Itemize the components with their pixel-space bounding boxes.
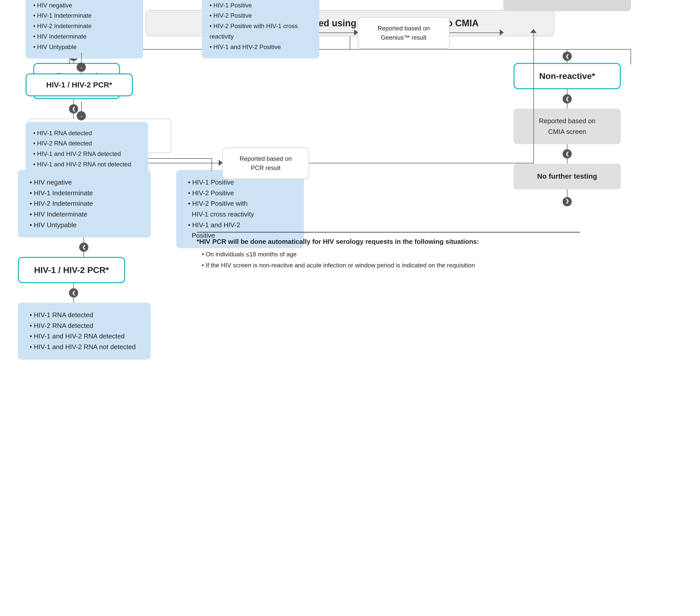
reported-pcr-box: Reported based onPCR result bbox=[222, 147, 309, 179]
note-item-2: • If the HIV screen is non-reactive and … bbox=[202, 260, 580, 271]
reported-geenius-box: Reported based onGeenius™ result bbox=[358, 17, 450, 49]
note-item-1: • On individuals ≤18 months of age bbox=[202, 249, 580, 260]
positive-box-abs: • HIV-1 Positive • HIV-2 Positive • HIV-… bbox=[202, 0, 319, 59]
absolute-layout: Specimens are screened using the HIV Ag/… bbox=[18, 0, 682, 411]
no-further-box-abs: No further testing bbox=[503, 0, 631, 11]
note-section: *HIV PCR will be done automatically for … bbox=[197, 232, 580, 271]
note-list: • On individuals ≤18 months of age • If … bbox=[197, 249, 580, 271]
negative-box-abs: • HIV negative • HIV-1 Indeterminate • H… bbox=[26, 0, 143, 59]
pcr-results-box-abs: • HIV-1 RNA detected • HIV-2 RNA detecte… bbox=[26, 122, 148, 176]
note-title: *HIV PCR will be done automatically for … bbox=[197, 238, 580, 246]
pcr-box-abs: HIV-1 / HIV-2 PCR* bbox=[26, 73, 133, 96]
